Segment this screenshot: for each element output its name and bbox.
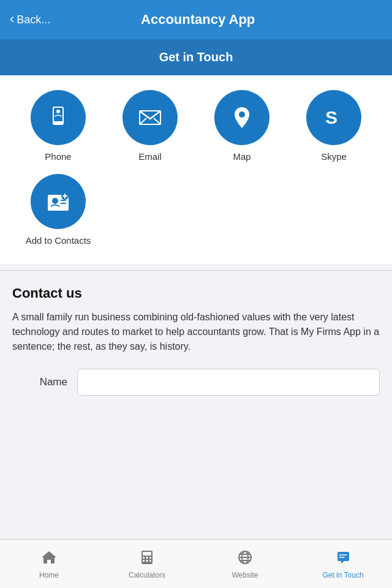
skype-button[interactable]: S Skype <box>288 90 380 162</box>
contacts-label: Add to Contacts <box>26 235 91 246</box>
home-icon <box>40 549 58 568</box>
svg-rect-24 <box>149 560 151 562</box>
contacts-icon <box>43 186 74 217</box>
calculators-icon <box>138 549 156 568</box>
map-button[interactable]: Map <box>196 90 288 162</box>
phone-button[interactable]: Phone <box>12 90 104 162</box>
skype-icon-circle: S <box>306 90 361 145</box>
svg-rect-22 <box>143 560 145 562</box>
back-label: Back... <box>17 13 50 26</box>
name-label: Name <box>12 376 67 388</box>
tab-get-in-touch[interactable]: Get in Touch <box>294 549 392 579</box>
section-header: Get in Touch <box>0 39 392 75</box>
contact-us-title: Contact us <box>12 285 380 301</box>
email-label: Email <box>138 151 162 162</box>
map-icon <box>227 102 257 133</box>
icons-row-2: Add to Contacts <box>12 174 380 258</box>
chevron-left-icon: ‹ <box>10 12 14 26</box>
tab-calculators-label: Calculators <box>129 571 165 579</box>
tab-bar: Home Calculators <box>0 539 392 588</box>
contact-us-description: A small family run business combining ol… <box>12 310 380 354</box>
page-title: Accountancy App <box>50 12 345 28</box>
email-icon-circle <box>123 90 178 145</box>
tab-home-label: Home <box>39 571 59 579</box>
svg-text:S: S <box>325 107 337 127</box>
email-button[interactable]: Email <box>104 90 196 162</box>
nav-bar: ‹ Back... Accountancy App <box>0 0 392 39</box>
back-button[interactable]: ‹ Back... <box>10 13 50 26</box>
tab-calculators[interactable]: Calculators <box>98 549 196 579</box>
email-icon <box>135 102 165 133</box>
svg-point-3 <box>56 110 60 113</box>
icons-section: Phone Email <box>0 75 392 264</box>
svg-rect-23 <box>146 560 148 562</box>
name-form-row: Name <box>12 369 380 396</box>
phone-label: Phone <box>45 151 71 162</box>
svg-rect-19 <box>143 557 145 559</box>
svg-point-8 <box>239 111 245 118</box>
phone-icon-circle <box>31 90 86 145</box>
contacts-icon-circle <box>31 174 86 229</box>
phone-icon <box>45 104 72 131</box>
tab-get-in-touch-label: Get in Touch <box>322 571 363 579</box>
tab-website-label: Website <box>232 571 258 579</box>
skype-icon: S <box>318 102 349 133</box>
map-label: Map <box>233 151 251 162</box>
svg-rect-21 <box>149 557 151 559</box>
section-header-text: Get in Touch <box>159 50 233 64</box>
get-in-touch-icon <box>334 549 352 568</box>
name-input[interactable] <box>77 369 380 396</box>
map-icon-circle <box>214 90 270 145</box>
tab-home[interactable]: Home <box>0 549 98 579</box>
add-to-contacts-button[interactable]: Add to Contacts <box>12 174 104 246</box>
skype-label: Skype <box>321 151 347 162</box>
contact-section: Contact us A small family run business c… <box>0 271 392 415</box>
website-icon <box>236 549 254 568</box>
svg-rect-20 <box>146 557 148 559</box>
icons-row: Phone Email <box>12 90 380 174</box>
tab-website[interactable]: Website <box>196 549 294 579</box>
svg-point-11 <box>52 198 58 204</box>
svg-point-2 <box>57 122 59 124</box>
svg-rect-18 <box>143 552 151 556</box>
